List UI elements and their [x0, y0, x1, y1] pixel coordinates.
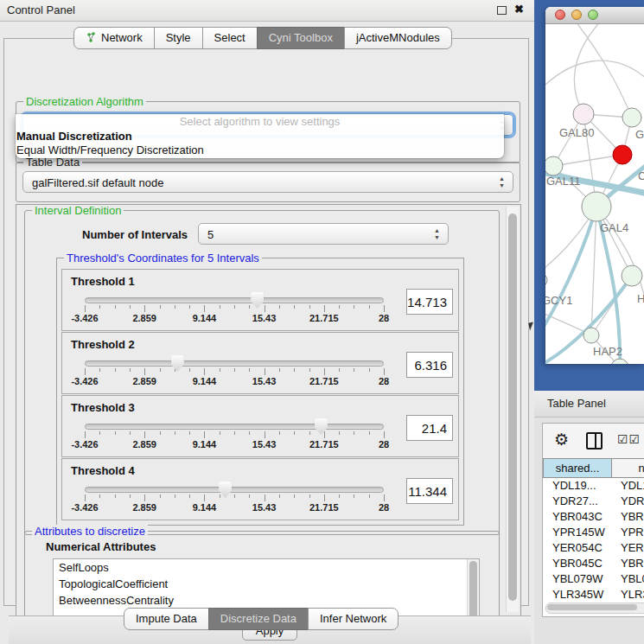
tab-label: Cyni Toolbox	[269, 30, 333, 45]
threshold-label: Threshold 3	[71, 401, 135, 414]
column-header-name[interactable]: na	[612, 458, 644, 478]
cell-name: YLR3	[612, 587, 644, 603]
tick-mark	[85, 494, 86, 501]
gear-icon[interactable]: ⚙	[554, 430, 569, 450]
table-row[interactable]: YBR045CYBR0	[543, 556, 644, 571]
attribute-item-topologicalcoefficient[interactable]: TopologicalCoefficient	[54, 576, 479, 592]
cell-name: YDL1	[612, 478, 644, 494]
cell-name: YBL0	[612, 571, 644, 587]
tab-network[interactable]: Network	[73, 27, 155, 49]
number-of-intervals-value: 5	[207, 228, 214, 241]
hap2-node[interactable]	[583, 328, 599, 343]
panel-scrollbar[interactable]	[506, 207, 519, 612]
tick-mark	[189, 368, 190, 372]
slider-thumb[interactable]	[315, 418, 328, 435]
network-view-window[interactable]: GAL80G.GAL11CGAL4GCY1HHAP2	[545, 7, 644, 364]
attributes-scrollbar[interactable]	[467, 559, 479, 616]
slider-thumb[interactable]	[251, 292, 264, 309]
tick-label: 15.43	[252, 439, 277, 450]
threshold-value-field[interactable]: 21.4	[406, 415, 453, 441]
discretization-algorithm-label: Discretization Algorithm	[23, 95, 146, 108]
column-header-shared-name[interactable]: shared...	[543, 458, 612, 478]
table-row[interactable]: YER054CYER0	[543, 540, 644, 556]
bottom-node[interactable]	[611, 359, 628, 364]
slider-thumb[interactable]	[171, 355, 184, 372]
scrollbar-thumb[interactable]	[469, 561, 477, 616]
interval-definition-label: Interval Definition	[32, 204, 124, 217]
threshold-value-field[interactable]: 14.713	[406, 289, 453, 315]
tick-mark	[130, 431, 131, 435]
tab-infer-network[interactable]: Infer Network	[308, 608, 399, 630]
scrollbar-thumb[interactable]	[508, 214, 517, 601]
tab-cyni-toolbox[interactable]: Cyni Toolbox	[257, 27, 345, 49]
threshold-value-field[interactable]: 6.316	[406, 352, 453, 378]
tick-mark	[354, 305, 354, 309]
table-row[interactable]: YPR145WYPR1	[543, 525, 644, 540]
threshold-value-field[interactable]: 11.344	[406, 478, 453, 504]
tab-select[interactable]: Select	[202, 27, 258, 49]
slider-track[interactable]	[85, 297, 384, 303]
tick-mark	[294, 305, 295, 309]
tick-label: 9.144	[193, 439, 217, 450]
panel-title: Control Panel	[7, 3, 75, 16]
attribute-item-selfloops[interactable]: SelfLoops	[54, 559, 479, 576]
tab-jactivemnodules[interactable]: jActiveMNodules	[344, 27, 452, 49]
table-row[interactable]: YLR345WYLR3	[543, 587, 644, 603]
left-edge-node[interactable]	[545, 273, 547, 287]
h-node[interactable]	[622, 265, 642, 286]
mac-close-button[interactable]	[555, 10, 565, 20]
node-label-gal11: GAL11	[546, 175, 581, 188]
tick-mark	[85, 368, 86, 375]
threshold-slider[interactable]: -3.4262.8599.14415.4321.71528	[85, 481, 384, 516]
tick-mark	[265, 431, 265, 438]
attribute-item-betweennesscentrality[interactable]: BetweennessCentrality	[54, 592, 479, 609]
top-right-node[interactable]	[622, 108, 641, 127]
table-row[interactable]: YDR27...YDR2	[543, 494, 644, 509]
tick-mark	[220, 305, 220, 309]
close-icon[interactable]: ✖	[514, 3, 524, 16]
tick-mark	[130, 494, 131, 498]
checkbox-icons[interactable]: ☑☑	[617, 432, 641, 446]
threshold-panel-2: Threshold 2-3.4262.8599.14415.4321.71528…	[61, 332, 459, 394]
columns-icon[interactable]	[586, 432, 603, 450]
threshold-slider[interactable]: -3.4262.8599.14415.4321.71528	[85, 418, 384, 453]
threshold-panel-1: Threshold 1-3.4262.8599.14415.4321.71528…	[61, 269, 459, 331]
float-window-icon[interactable]	[497, 6, 507, 15]
network-window-titlebar[interactable]	[545, 7, 644, 24]
tick-mark	[144, 368, 145, 375]
threshold-slider[interactable]: -3.4262.8599.14415.4321.71528	[85, 292, 384, 327]
slider-track[interactable]	[85, 360, 384, 367]
selected-red-node[interactable]	[613, 145, 632, 164]
node-label-gal4: GAL4	[600, 221, 628, 234]
gal80-node[interactable]	[573, 104, 594, 124]
tick-mark	[85, 431, 86, 438]
tab-impute-data[interactable]: Impute Data	[124, 608, 209, 630]
table-horizontal-scrollbar[interactable]	[545, 603, 644, 614]
table-data-combobox[interactable]: galFiltered.sif default node ▲▼	[22, 171, 513, 193]
tick-mark	[85, 305, 86, 312]
table-header-row: shared... na	[543, 458, 644, 478]
gal11-node[interactable]	[545, 156, 563, 175]
node-label-c: C	[638, 169, 644, 182]
tick-mark	[204, 494, 205, 501]
algorithm-option-manual-discretization[interactable]: Manual Discretization	[16, 130, 504, 143]
tab-discretize-data[interactable]: Discretize Data	[208, 608, 309, 630]
tab-style[interactable]: Style	[154, 27, 203, 49]
scrollbar-thumb[interactable]	[547, 604, 637, 610]
gal4-node[interactable]	[582, 192, 611, 221]
table-row[interactable]: YBR043CYBR0	[543, 509, 644, 525]
slider-track[interactable]	[85, 487, 384, 493]
number-of-intervals-combobox[interactable]: 5 ▲▼	[198, 223, 449, 245]
mac-minimize-button[interactable]	[571, 10, 582, 20]
network-canvas[interactable]: GAL80G.GAL11CGAL4GCY1HHAP2	[545, 24, 644, 364]
slider-track[interactable]	[85, 424, 384, 430]
table-row[interactable]: YDL19...YDL1	[543, 478, 644, 494]
table-row[interactable]: YBL079WYBL0	[543, 571, 644, 587]
bottom-tab-strip: Impute DataDiscretize DataInfer Network	[124, 608, 399, 630]
mac-zoom-button[interactable]	[588, 10, 598, 20]
tick-mark	[309, 431, 310, 435]
threshold-slider[interactable]: -3.4262.8599.14415.4321.71528	[85, 355, 384, 390]
tick-mark	[99, 368, 100, 372]
algorithm-option-equal-width-frequency-discretization[interactable]: Equal Width/Frequency Discretization	[16, 143, 504, 157]
slider-thumb[interactable]	[219, 481, 232, 498]
